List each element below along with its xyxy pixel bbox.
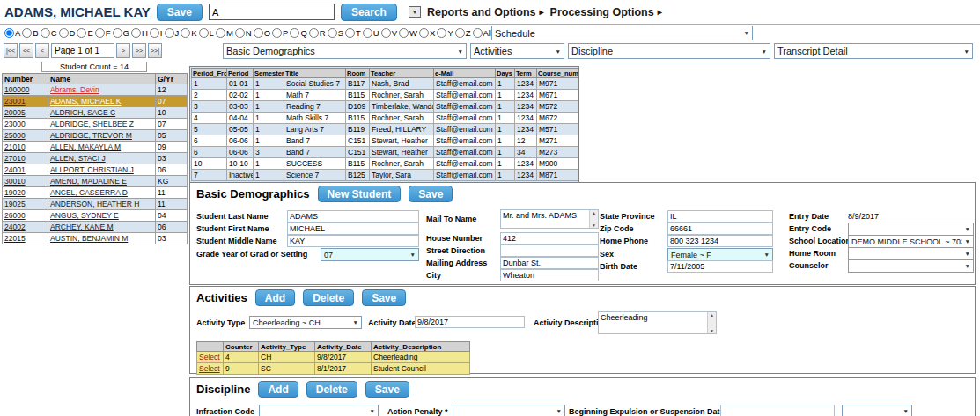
student-name-link[interactable]: ALDRIDGE, SHELBEE Z xyxy=(50,120,134,128)
student-name-link[interactable]: ANGUS, SYDNEY E xyxy=(50,211,119,220)
student-row[interactable]: 20005ALDRICH, SAGE C10 xyxy=(3,107,188,119)
alpha-option-R[interactable]: R xyxy=(309,28,326,38)
alpha-option-U[interactable]: U xyxy=(363,28,379,38)
student-name-link[interactable]: ALLEN, STACI J xyxy=(50,154,106,163)
student-number-link[interactable]: 20005 xyxy=(4,108,26,117)
student-number-link[interactable]: 21010 xyxy=(4,142,26,151)
activities-delete-button[interactable]: Delete xyxy=(303,289,354,306)
student-number-link[interactable]: 100000 xyxy=(4,85,29,94)
mail-to-input[interactable]: Mr. and Mrs. ADAMS ▲▼ xyxy=(500,209,599,229)
student-row[interactable]: 23000ALDRIDGE, SHELBEE Z07 xyxy=(3,119,188,130)
alpha-radio-Z[interactable] xyxy=(455,28,465,38)
student-number-link[interactable]: 25000 xyxy=(4,131,26,140)
discipline-add-button[interactable]: Add xyxy=(258,381,298,398)
alpha-radio-All[interactable] xyxy=(473,28,483,38)
alpha-option-Z[interactable]: Z xyxy=(455,28,471,38)
alpha-option-H[interactable]: H xyxy=(131,28,148,38)
middle-name-input[interactable] xyxy=(287,235,419,247)
alpha-radio-H[interactable] xyxy=(131,28,141,38)
alpha-option-K[interactable]: K xyxy=(181,28,196,38)
student-row[interactable]: 25000ALDRIDGE, TREVOR M05 xyxy=(3,130,188,142)
student-row[interactable]: 19020ANCEL, CASSERRA D11 xyxy=(3,187,188,199)
city-input[interactable] xyxy=(500,269,599,281)
student-number-link[interactable]: 24002 xyxy=(4,223,26,231)
alpha-option-F[interactable]: F xyxy=(95,28,111,38)
alpha-radio-F[interactable] xyxy=(95,28,105,38)
alpha-radio-M[interactable] xyxy=(216,28,225,38)
alpha-radio-J[interactable] xyxy=(165,28,174,38)
alpha-radio-A[interactable] xyxy=(4,28,14,38)
alpha-radio-N[interactable] xyxy=(235,28,245,38)
alpha-option-B[interactable]: B xyxy=(22,28,38,38)
begin-suspension-date-input[interactable] xyxy=(720,405,835,416)
section-dropdown-basic-demographics[interactable]: Basic Demographics ▼ xyxy=(223,43,467,59)
alpha-radio-Y[interactable] xyxy=(437,28,446,38)
birth-date-input[interactable] xyxy=(667,260,773,273)
street-direction-input[interactable] xyxy=(500,244,599,257)
student-number-link[interactable]: 27010 xyxy=(4,154,26,163)
alpha-option-V[interactable]: V xyxy=(381,28,397,38)
alpha-option-E[interactable]: E xyxy=(77,28,92,38)
student-number-link[interactable]: 23001 xyxy=(4,97,26,106)
next-page-button[interactable]: > xyxy=(116,43,130,58)
alpha-option-M[interactable]: M xyxy=(216,28,233,38)
student-row[interactable]: 24002ARCHEY, KANE M06 xyxy=(3,222,188,233)
alpha-radio-R[interactable] xyxy=(309,28,319,38)
activity-description-input[interactable]: Cheerleading ▲▼ xyxy=(598,311,717,334)
save-button[interactable]: Save xyxy=(157,4,203,21)
last-name-input[interactable] xyxy=(287,210,419,223)
student-number-link[interactable]: 19020 xyxy=(4,188,26,197)
alpha-radio-D[interactable] xyxy=(59,28,69,38)
alpha-radio-W[interactable] xyxy=(399,28,409,38)
home-room-select[interactable]: ▼ xyxy=(848,247,974,260)
scroll-up-icon[interactable]: ▲ xyxy=(592,210,596,215)
scroll-down-icon[interactable]: ▼ xyxy=(592,223,596,228)
infraction-code-select[interactable]: ▼ xyxy=(259,405,379,416)
sex-select[interactable]: Female ~ F ▼ xyxy=(667,248,773,261)
student-name-link[interactable]: ALDRIDGE, TREVOR M xyxy=(50,131,132,140)
school-location-select[interactable]: DEMO MIDDLE SCHOOL ~ 7031 ▼ xyxy=(848,235,974,248)
section-dropdown-transcript-detail[interactable]: Transcript Detail ▼ xyxy=(774,43,973,59)
student-name-link[interactable]: ARCHEY, KANE M xyxy=(50,223,114,231)
alpha-radio-S[interactable] xyxy=(328,28,337,38)
student-name-link[interactable]: Abrams, Devin xyxy=(50,85,99,94)
first-name-input[interactable] xyxy=(287,223,419,235)
new-student-button[interactable]: New Student xyxy=(318,186,402,202)
scrollbar[interactable]: ▲▼ xyxy=(707,312,716,333)
discipline-date-dropdown[interactable]: ▼ xyxy=(842,405,912,416)
alpha-option-S[interactable]: S xyxy=(328,28,343,38)
alpha-option-Q[interactable]: Q xyxy=(290,28,306,38)
alpha-option-A[interactable]: A xyxy=(4,28,20,38)
menu-reports-and-options[interactable]: Reports and Options ▸ xyxy=(427,6,544,18)
alpha-option-P[interactable]: P xyxy=(272,28,288,38)
demographics-save-button[interactable]: Save xyxy=(409,186,453,202)
alpha-option-Y[interactable]: Y xyxy=(437,28,453,38)
alpha-radio-O[interactable] xyxy=(254,28,263,38)
student-number-link[interactable]: 30010 xyxy=(4,177,26,186)
action-penalty-select[interactable]: ▼ xyxy=(453,405,565,416)
alpha-option-D[interactable]: D xyxy=(59,28,76,38)
student-name-link[interactable]: AUSTIN, BENJAMIN M xyxy=(50,234,128,243)
alpha-radio-P[interactable] xyxy=(272,28,282,38)
prev-page-button[interactable]: < xyxy=(35,43,49,58)
scroll-up-icon[interactable]: ▲ xyxy=(710,312,714,317)
student-number-link[interactable]: 26000 xyxy=(4,211,26,220)
student-row[interactable]: 22015AUSTIN, BENJAMIN M03 xyxy=(3,233,188,244)
alpha-radio-I[interactable] xyxy=(150,28,159,38)
alpha-radio-L[interactable] xyxy=(199,28,209,38)
student-number-link[interactable]: 22015 xyxy=(4,234,26,243)
student-row[interactable]: 26000ANGUS, SYDNEY E04 xyxy=(3,210,188,222)
alpha-radio-K[interactable] xyxy=(181,28,190,38)
alpha-radio-Q[interactable] xyxy=(290,28,299,38)
alpha-option-J[interactable]: J xyxy=(165,28,180,38)
alpha-radio-T[interactable] xyxy=(345,28,355,38)
alpha-radio-B[interactable] xyxy=(22,28,32,38)
discipline-delete-button[interactable]: Delete xyxy=(306,381,357,398)
alpha-radio-U[interactable] xyxy=(363,28,372,38)
alpha-radio-G[interactable] xyxy=(113,28,122,38)
alpha-option-C[interactable]: C xyxy=(41,28,57,38)
next-group-button[interactable]: >> xyxy=(132,43,146,58)
alpha-option-X[interactable]: X xyxy=(419,28,435,38)
activity-date-input[interactable] xyxy=(415,316,525,328)
student-row[interactable]: 100000Abrams, Devin12 xyxy=(3,84,188,96)
